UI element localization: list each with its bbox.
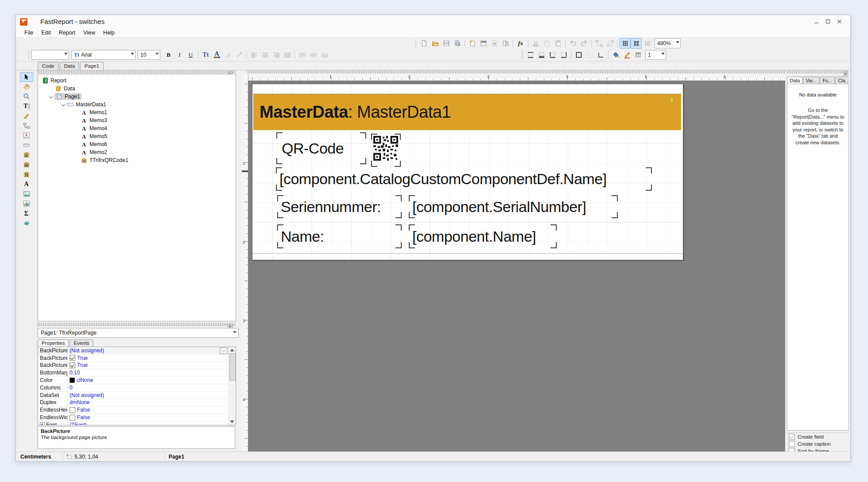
group-button[interactable] bbox=[593, 38, 604, 49]
tree-item-memo6[interactable]: A Memo6 bbox=[38, 140, 236, 148]
preview-button[interactable] bbox=[452, 38, 463, 49]
tree-item-data[interactable]: Data bbox=[38, 85, 236, 93]
property-row[interactable]: Color clNone bbox=[38, 377, 229, 384]
aggregate-tool[interactable]: Σ bbox=[20, 208, 33, 218]
panel-close-icon[interactable] bbox=[228, 322, 232, 326]
zoom-tool[interactable] bbox=[20, 92, 33, 101]
report-structure-tool[interactable] bbox=[20, 121, 33, 131]
fit-to-grid-button[interactable] bbox=[642, 38, 653, 49]
paste-button[interactable] bbox=[552, 38, 563, 49]
delete-page-button[interactable] bbox=[489, 38, 500, 49]
inspector-panel-handle[interactable] bbox=[38, 323, 235, 326]
vertical-ruler[interactable]: 1 2 3 4 bbox=[242, 74, 248, 452]
fill-color-button[interactable] bbox=[610, 50, 621, 60]
font-color-button[interactable]: A bbox=[211, 50, 222, 60]
barcode-tool[interactable] bbox=[20, 150, 33, 160]
frame-top-button[interactable] bbox=[525, 50, 536, 60]
toolbar-grip[interactable] bbox=[521, 51, 523, 59]
cut-button[interactable] bbox=[530, 38, 541, 49]
memo-serial-number-field[interactable]: [component.SerialNumber] bbox=[409, 195, 618, 218]
draw-text-tool[interactable]: A bbox=[20, 179, 33, 189]
tree-item-masterdata1[interactable]: MasterData1 bbox=[38, 100, 236, 108]
show-grid-button[interactable] bbox=[620, 38, 631, 49]
collapse-icon[interactable] bbox=[61, 102, 66, 107]
tree-item-qrcode[interactable]: TTrifrxQRCode1 bbox=[38, 156, 236, 164]
line-color-button[interactable] bbox=[621, 50, 632, 60]
property-row[interactable]: BackPictureVi True bbox=[38, 362, 229, 370]
font-style-button[interactable]: Tt bbox=[200, 50, 211, 60]
frame-left-button[interactable] bbox=[547, 50, 558, 60]
text-object-tool[interactable] bbox=[20, 131, 33, 140]
design-canvas[interactable]: MasterData: MasterData1 QR-Code bbox=[248, 81, 785, 452]
memo-name-field[interactable]: [component.Name] bbox=[409, 224, 557, 248]
frame-edit-button[interactable] bbox=[595, 50, 606, 60]
menu-help[interactable]: Help bbox=[99, 29, 119, 37]
save-report-button[interactable] bbox=[441, 38, 452, 49]
redo-button[interactable] bbox=[578, 38, 589, 49]
tab-events[interactable]: Events bbox=[70, 339, 93, 347]
tree-item-memo4[interactable]: A Memo4 bbox=[38, 124, 236, 132]
tab-page1[interactable]: Page1 bbox=[80, 62, 104, 70]
line-style-button[interactable] bbox=[632, 50, 643, 60]
barcode-2d-tool[interactable] bbox=[20, 160, 33, 170]
tab-properties[interactable]: Properties bbox=[38, 339, 69, 347]
format-copy-tool[interactable] bbox=[20, 111, 33, 121]
menu-file[interactable]: File bbox=[20, 29, 37, 37]
align-to-grid-button[interactable] bbox=[631, 38, 642, 49]
underline-button[interactable]: U bbox=[185, 50, 196, 60]
picture-tool[interactable] bbox=[20, 189, 33, 199]
menu-edit[interactable]: Edit bbox=[37, 29, 55, 37]
checkbox-checked-icon[interactable] bbox=[70, 362, 75, 368]
minimize-icon[interactable] bbox=[813, 18, 820, 25]
align-bottom-button[interactable] bbox=[319, 50, 330, 60]
ungroup-button[interactable] bbox=[604, 38, 616, 49]
property-row[interactable]: BackPicture (Not assigned) ... bbox=[38, 347, 229, 355]
tree-item-memo5[interactable]: A Memo5 bbox=[38, 132, 236, 140]
hand-tool[interactable] bbox=[20, 82, 33, 92]
object-style-select[interactable] bbox=[31, 50, 69, 60]
align-left-button[interactable] bbox=[248, 50, 260, 60]
tree-item-page1[interactable]: Page1 bbox=[38, 93, 236, 100]
tree-item-memo2[interactable]: A Memo2 bbox=[38, 148, 236, 156]
close-icon[interactable] bbox=[836, 18, 843, 25]
highlight-button[interactable] bbox=[222, 50, 233, 60]
tree-panel-handle[interactable] bbox=[38, 70, 235, 73]
checkbox-unchecked-icon[interactable] bbox=[70, 415, 75, 420]
property-row[interactable]: BackPicturePr True bbox=[38, 355, 229, 362]
align-middle-button[interactable] bbox=[308, 50, 319, 60]
ellipsis-button[interactable]: ... bbox=[220, 347, 228, 354]
zoom-select[interactable]: 480% bbox=[655, 39, 681, 48]
rotate-text-button[interactable] bbox=[233, 50, 244, 60]
undo-button[interactable] bbox=[567, 38, 578, 49]
memo-qr-code-label[interactable]: QR-Code bbox=[276, 132, 366, 164]
align-center-button[interactable] bbox=[260, 50, 271, 60]
tab-data-tree[interactable]: Data bbox=[787, 77, 802, 84]
new-dialog-button[interactable] bbox=[478, 38, 489, 49]
new-page-button[interactable] bbox=[467, 38, 478, 49]
masterdata-band[interactable]: MasterData: MasterData1 bbox=[253, 94, 681, 130]
tree-item-report[interactable]: Report bbox=[38, 77, 236, 85]
new-report-button[interactable] bbox=[418, 38, 430, 49]
report-page[interactable]: MasterData: MasterData1 QR-Code bbox=[252, 84, 683, 260]
property-row[interactable]: EndlessHeigh False bbox=[38, 406, 229, 414]
font-size-select[interactable]: 10 bbox=[138, 50, 160, 60]
canvas-dock-handle[interactable] bbox=[248, 70, 785, 73]
tree-item-memo3[interactable]: A Memo3 bbox=[38, 116, 236, 124]
ruler-splitter-grip[interactable] bbox=[242, 170, 248, 172]
text-edit-tool[interactable]: T bbox=[20, 101, 33, 111]
font-name-select[interactable]: TtArial bbox=[71, 50, 136, 60]
property-row[interactable]: BottomMargin 0,10 bbox=[38, 369, 229, 377]
create-caption-option[interactable]: Create caption bbox=[789, 440, 849, 447]
checkbox-checked-icon[interactable] bbox=[70, 355, 75, 361]
band-object-tool[interactable] bbox=[20, 140, 33, 150]
select-tool[interactable] bbox=[20, 72, 33, 82]
align-justify-button[interactable] bbox=[282, 50, 293, 60]
frame-right-button[interactable] bbox=[558, 50, 569, 60]
property-row[interactable]: EndlessWidth False bbox=[38, 414, 229, 421]
panel-close-icon[interactable] bbox=[843, 69, 848, 73]
tab-code[interactable]: Code bbox=[38, 62, 59, 70]
panel-close-icon[interactable] bbox=[228, 69, 232, 73]
collapse-icon[interactable] bbox=[49, 94, 53, 99]
memo-catalog-component-name[interactable]: [component.CatalogCustomComponentDef.Nam… bbox=[276, 167, 652, 191]
scroll-down-icon[interactable] bbox=[230, 420, 234, 423]
